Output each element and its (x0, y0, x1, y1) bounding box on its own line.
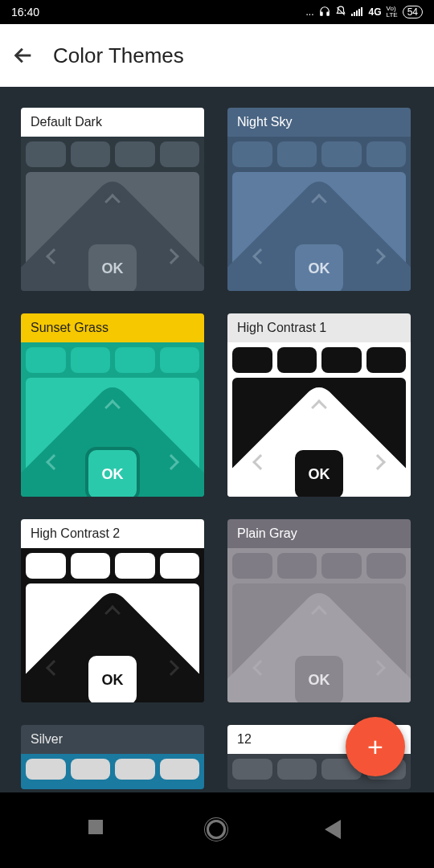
preview-button (277, 347, 317, 373)
preview-button (277, 553, 317, 579)
svg-rect-3 (351, 14, 353, 16)
svg-rect-6 (358, 9, 360, 16)
svg-rect-1 (326, 12, 328, 15)
preview-ok-button: OK (85, 447, 140, 497)
theme-preview: OK (227, 342, 411, 497)
preview-button (115, 141, 155, 167)
preview-button (71, 141, 111, 167)
preview-button (71, 759, 111, 780)
battery-indicator: 54 (403, 6, 423, 18)
add-theme-fab[interactable]: + (346, 717, 405, 776)
back-button[interactable] (8, 40, 39, 71)
theme-name-label: High Contrast 2 (21, 519, 204, 548)
signal-icon (351, 6, 364, 18)
status-indicators: ... 4G Vo)LTE 54 (306, 6, 423, 19)
preview-button (115, 759, 155, 780)
preview-button (26, 553, 66, 579)
preview-button (160, 759, 200, 780)
svg-rect-0 (320, 12, 321, 15)
preview-button (321, 141, 362, 167)
theme-name-label: Plain Gray (227, 519, 411, 548)
preview-button (366, 141, 407, 167)
arrow-left-icon (12, 44, 35, 67)
preview-button (71, 347, 111, 373)
network-label: 4G (369, 6, 382, 18)
theme-name-label: Default Dark (21, 108, 204, 137)
theme-name-label: High Contrast 1 (227, 313, 411, 342)
preview-button (160, 347, 200, 373)
theme-preview: OK (227, 548, 411, 702)
mute-icon (335, 6, 346, 19)
volte-label: Vo)LTE (387, 6, 398, 18)
nav-back[interactable] (325, 820, 346, 841)
preview-button-row (227, 342, 411, 378)
theme-card[interactable]: Night SkyOK (227, 108, 411, 291)
preview-button-row (21, 548, 204, 583)
preview-button (160, 141, 200, 167)
plus-icon: + (367, 733, 383, 760)
preview-button (232, 347, 272, 373)
nav-home[interactable] (207, 820, 227, 841)
theme-name-label: Night Sky (227, 108, 411, 137)
preview-button (160, 553, 200, 579)
status-bar: 16:40 ... 4G Vo)LTE 54 (0, 0, 434, 24)
preview-button (321, 553, 362, 579)
headphones-icon (319, 6, 330, 19)
preview-button (115, 347, 155, 373)
preview-button (232, 759, 272, 780)
preview-button (26, 141, 66, 167)
preview-button (26, 759, 66, 780)
nav-recents[interactable] (88, 820, 109, 841)
preview-button (115, 553, 155, 579)
svg-rect-4 (354, 12, 355, 16)
preview-button-row (21, 137, 204, 172)
app-bar: Color Themes (0, 24, 434, 87)
theme-preview: OK (21, 137, 204, 291)
preview-ok-button: OK (292, 653, 346, 702)
theme-preview (21, 754, 204, 789)
status-time: 16:40 (11, 6, 39, 18)
preview-ok-button: OK (85, 653, 140, 702)
preview-button (321, 347, 362, 373)
preview-ok-button: OK (85, 241, 140, 291)
preview-button (71, 553, 111, 579)
theme-preview: OK (21, 342, 204, 497)
svg-rect-5 (356, 10, 358, 16)
themes-grid: Default DarkOKNight SkyOKSunset GrassOKH… (21, 108, 413, 789)
themes-content: Default DarkOKNight SkyOKSunset GrassOKH… (0, 87, 434, 792)
preview-button (277, 759, 317, 780)
preview-button-row (227, 548, 411, 583)
preview-button-row (227, 137, 411, 172)
theme-preview: OK (227, 137, 411, 291)
preview-button (232, 553, 272, 579)
preview-button (366, 553, 407, 579)
theme-card[interactable]: Default DarkOK (21, 108, 204, 291)
page-title: Color Themes (53, 43, 184, 68)
theme-name-label: Sunset Grass (21, 313, 204, 342)
preview-button (232, 141, 272, 167)
theme-card[interactable]: Sunset GrassOK (21, 313, 204, 497)
svg-rect-7 (361, 7, 362, 16)
preview-button (366, 347, 407, 373)
theme-card[interactable]: High Contrast 2OK (21, 519, 204, 702)
theme-card[interactable]: Plain GrayOK (227, 519, 411, 702)
preview-button (26, 347, 66, 373)
theme-name-label: Silver (21, 725, 204, 754)
preview-button (277, 141, 317, 167)
preview-ok-button: OK (292, 241, 346, 291)
preview-button-row (21, 342, 204, 378)
preview-ok-button: OK (292, 447, 346, 497)
theme-card[interactable]: Silver (21, 725, 204, 789)
theme-card[interactable]: High Contrast 1OK (227, 313, 411, 497)
theme-preview: OK (21, 548, 204, 702)
status-dots: ... (306, 6, 314, 18)
system-nav-bar (0, 792, 434, 868)
preview-button-row (21, 754, 204, 784)
